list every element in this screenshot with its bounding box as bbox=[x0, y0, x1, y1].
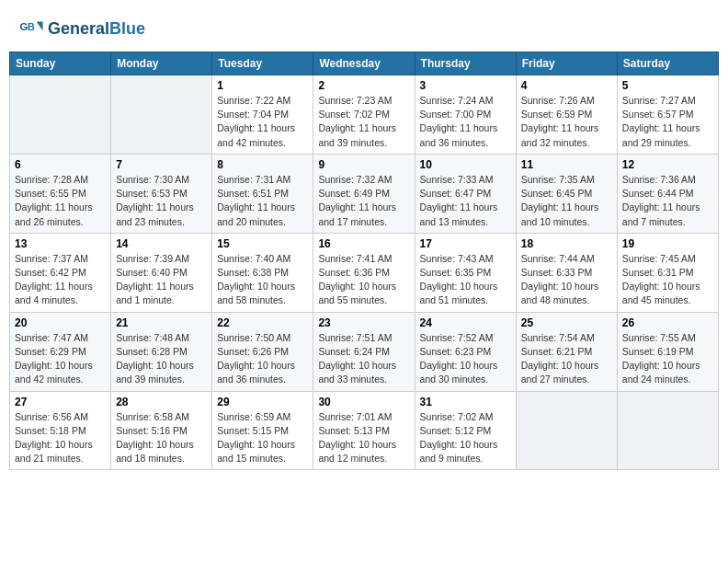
weekday-header-thursday: Thursday bbox=[415, 52, 516, 75]
day-info: Sunrise: 7:52 AMSunset: 6:23 PMDaylight:… bbox=[420, 331, 511, 387]
calendar-day-cell: 17Sunrise: 7:43 AMSunset: 6:35 PMDayligh… bbox=[415, 233, 516, 312]
day-info: Sunrise: 7:40 AMSunset: 6:38 PMDaylight:… bbox=[217, 252, 308, 308]
day-number: 9 bbox=[318, 158, 409, 171]
day-number: 26 bbox=[622, 316, 713, 329]
day-info: Sunrise: 7:50 AMSunset: 6:26 PMDaylight:… bbox=[217, 331, 308, 387]
day-number: 10 bbox=[420, 158, 511, 171]
calendar-day-cell bbox=[10, 75, 111, 155]
calendar-day-cell: 27Sunrise: 6:56 AMSunset: 5:18 PMDayligh… bbox=[10, 391, 111, 470]
day-number: 23 bbox=[318, 316, 409, 329]
day-number: 14 bbox=[116, 237, 207, 250]
day-number: 17 bbox=[420, 237, 511, 250]
calendar-week-row: 27Sunrise: 6:56 AMSunset: 5:18 PMDayligh… bbox=[10, 391, 719, 470]
calendar-day-cell: 22Sunrise: 7:50 AMSunset: 6:26 PMDayligh… bbox=[212, 312, 313, 391]
calendar-table: SundayMondayTuesdayWednesdayThursdayFrid… bbox=[9, 52, 719, 470]
weekday-header-tuesday: Tuesday bbox=[212, 52, 313, 75]
day-number: 28 bbox=[116, 396, 207, 408]
calendar-day-cell: 29Sunrise: 6:59 AMSunset: 5:15 PMDayligh… bbox=[212, 391, 313, 470]
calendar-day-cell: 15Sunrise: 7:40 AMSunset: 6:38 PMDayligh… bbox=[212, 233, 313, 312]
weekday-header-friday: Friday bbox=[516, 52, 617, 75]
calendar-day-cell: 26Sunrise: 7:55 AMSunset: 6:19 PMDayligh… bbox=[617, 312, 718, 391]
day-number: 30 bbox=[318, 396, 409, 408]
day-number: 18 bbox=[521, 237, 612, 250]
svg-text:B: B bbox=[28, 21, 35, 32]
day-info: Sunrise: 7:36 AMSunset: 6:44 PMDaylight:… bbox=[622, 173, 713, 229]
day-info: Sunrise: 7:45 AMSunset: 6:31 PMDaylight:… bbox=[622, 252, 713, 308]
day-number: 11 bbox=[521, 158, 612, 171]
day-info: Sunrise: 7:54 AMSunset: 6:21 PMDaylight:… bbox=[521, 331, 612, 387]
day-number: 5 bbox=[622, 79, 713, 92]
day-info: Sunrise: 7:47 AMSunset: 6:29 PMDaylight:… bbox=[15, 331, 106, 387]
calendar-day-cell bbox=[516, 391, 617, 470]
calendar-day-cell: 9Sunrise: 7:32 AMSunset: 6:49 PMDaylight… bbox=[313, 154, 415, 233]
day-number: 29 bbox=[217, 396, 308, 408]
day-info: Sunrise: 7:24 AMSunset: 7:00 PMDaylight:… bbox=[420, 94, 511, 150]
day-info: Sunrise: 7:35 AMSunset: 6:45 PMDaylight:… bbox=[521, 173, 612, 229]
day-number: 15 bbox=[217, 237, 308, 250]
day-number: 31 bbox=[420, 396, 511, 408]
day-info: Sunrise: 7:43 AMSunset: 6:35 PMDaylight:… bbox=[420, 252, 511, 308]
calendar-day-cell: 18Sunrise: 7:44 AMSunset: 6:33 PMDayligh… bbox=[516, 233, 617, 312]
calendar-day-cell: 6Sunrise: 7:28 AMSunset: 6:55 PMDaylight… bbox=[10, 154, 111, 233]
calendar-day-cell bbox=[617, 391, 718, 470]
day-info: Sunrise: 6:56 AMSunset: 5:18 PMDaylight:… bbox=[15, 410, 106, 466]
day-number: 1 bbox=[217, 79, 308, 92]
calendar-day-cell: 5Sunrise: 7:27 AMSunset: 6:57 PMDaylight… bbox=[617, 75, 718, 155]
calendar-day-cell: 19Sunrise: 7:45 AMSunset: 6:31 PMDayligh… bbox=[617, 233, 718, 312]
day-number: 13 bbox=[15, 237, 106, 250]
calendar-day-cell: 13Sunrise: 7:37 AMSunset: 6:42 PMDayligh… bbox=[10, 233, 111, 312]
calendar-day-cell: 1Sunrise: 7:22 AMSunset: 7:04 PMDaylight… bbox=[212, 75, 313, 155]
calendar-day-cell: 16Sunrise: 7:41 AMSunset: 6:36 PMDayligh… bbox=[313, 233, 415, 312]
calendar-day-cell bbox=[111, 75, 212, 155]
day-number: 20 bbox=[15, 316, 106, 329]
day-number: 16 bbox=[318, 237, 409, 250]
day-info: Sunrise: 7:30 AMSunset: 6:53 PMDaylight:… bbox=[116, 173, 207, 229]
calendar-day-cell: 4Sunrise: 7:26 AMSunset: 6:59 PMDaylight… bbox=[516, 75, 617, 155]
day-info: Sunrise: 6:59 AMSunset: 5:15 PMDaylight:… bbox=[217, 410, 308, 466]
day-info: Sunrise: 7:23 AMSunset: 7:02 PMDaylight:… bbox=[318, 94, 409, 150]
calendar-day-cell: 14Sunrise: 7:39 AMSunset: 6:40 PMDayligh… bbox=[111, 233, 212, 312]
logo: G B GeneralBlue bbox=[18, 17, 145, 42]
day-number: 21 bbox=[116, 316, 207, 329]
weekday-header-saturday: Saturday bbox=[617, 52, 718, 75]
logo-icon: G B bbox=[18, 17, 44, 42]
day-number: 8 bbox=[217, 158, 308, 171]
day-info: Sunrise: 7:37 AMSunset: 6:42 PMDaylight:… bbox=[15, 252, 106, 308]
day-number: 22 bbox=[217, 316, 308, 329]
day-info: Sunrise: 7:41 AMSunset: 6:36 PMDaylight:… bbox=[318, 252, 409, 308]
calendar-day-cell: 31Sunrise: 7:02 AMSunset: 5:12 PMDayligh… bbox=[415, 391, 516, 470]
weekday-header-wednesday: Wednesday bbox=[313, 52, 415, 75]
day-info: Sunrise: 6:58 AMSunset: 5:16 PMDaylight:… bbox=[116, 410, 207, 466]
day-number: 2 bbox=[318, 79, 409, 92]
calendar-day-cell: 30Sunrise: 7:01 AMSunset: 5:13 PMDayligh… bbox=[313, 391, 415, 470]
calendar-day-cell: 2Sunrise: 7:23 AMSunset: 7:02 PMDaylight… bbox=[313, 75, 415, 155]
day-number: 12 bbox=[622, 158, 713, 171]
calendar-day-cell: 21Sunrise: 7:48 AMSunset: 6:28 PMDayligh… bbox=[111, 312, 212, 391]
day-info: Sunrise: 7:48 AMSunset: 6:28 PMDaylight:… bbox=[116, 331, 207, 387]
calendar-day-cell: 23Sunrise: 7:51 AMSunset: 6:24 PMDayligh… bbox=[313, 312, 415, 391]
calendar-day-cell: 28Sunrise: 6:58 AMSunset: 5:16 PMDayligh… bbox=[111, 391, 212, 470]
day-number: 24 bbox=[420, 316, 511, 329]
weekday-header-row: SundayMondayTuesdayWednesdayThursdayFrid… bbox=[10, 52, 719, 75]
day-number: 4 bbox=[521, 79, 612, 92]
day-number: 19 bbox=[622, 237, 713, 250]
calendar-day-cell: 10Sunrise: 7:33 AMSunset: 6:47 PMDayligh… bbox=[415, 154, 516, 233]
day-info: Sunrise: 7:27 AMSunset: 6:57 PMDaylight:… bbox=[622, 94, 713, 150]
day-info: Sunrise: 7:26 AMSunset: 6:59 PMDaylight:… bbox=[521, 94, 612, 150]
calendar-day-cell: 11Sunrise: 7:35 AMSunset: 6:45 PMDayligh… bbox=[516, 154, 617, 233]
svg-text:G: G bbox=[19, 21, 28, 32]
weekday-header-sunday: Sunday bbox=[10, 52, 111, 75]
day-info: Sunrise: 7:01 AMSunset: 5:13 PMDaylight:… bbox=[318, 410, 409, 466]
calendar-day-cell: 24Sunrise: 7:52 AMSunset: 6:23 PMDayligh… bbox=[415, 312, 516, 391]
day-info: Sunrise: 7:28 AMSunset: 6:55 PMDaylight:… bbox=[15, 173, 106, 229]
day-info: Sunrise: 7:39 AMSunset: 6:40 PMDaylight:… bbox=[116, 252, 207, 308]
day-info: Sunrise: 7:51 AMSunset: 6:24 PMDaylight:… bbox=[318, 331, 409, 387]
day-number: 27 bbox=[15, 396, 106, 408]
weekday-header-monday: Monday bbox=[111, 52, 212, 75]
page-header: G B GeneralBlue bbox=[9, 9, 719, 46]
calendar-week-row: 20Sunrise: 7:47 AMSunset: 6:29 PMDayligh… bbox=[10, 312, 719, 391]
day-info: Sunrise: 7:55 AMSunset: 6:19 PMDaylight:… bbox=[622, 331, 713, 387]
day-info: Sunrise: 7:31 AMSunset: 6:51 PMDaylight:… bbox=[217, 173, 308, 229]
calendar-day-cell: 25Sunrise: 7:54 AMSunset: 6:21 PMDayligh… bbox=[516, 312, 617, 391]
calendar-week-row: 1Sunrise: 7:22 AMSunset: 7:04 PMDaylight… bbox=[10, 75, 719, 155]
